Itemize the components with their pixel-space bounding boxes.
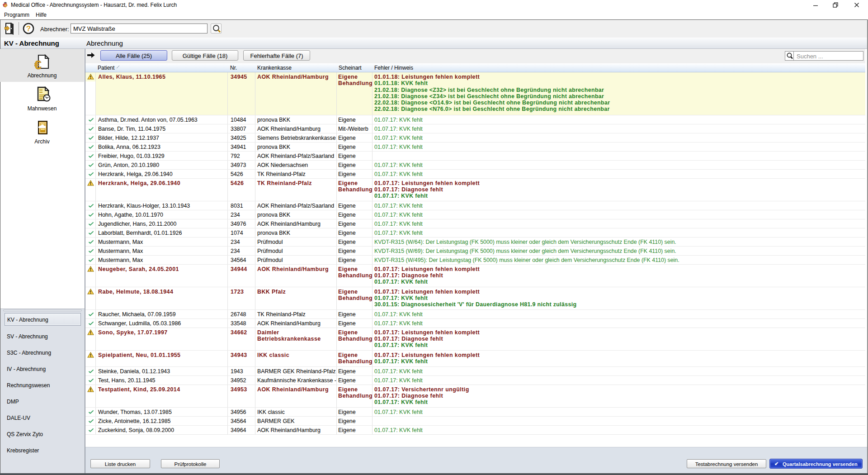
svg-text:?: ? [26,24,31,33]
svg-text:€: € [34,58,42,71]
